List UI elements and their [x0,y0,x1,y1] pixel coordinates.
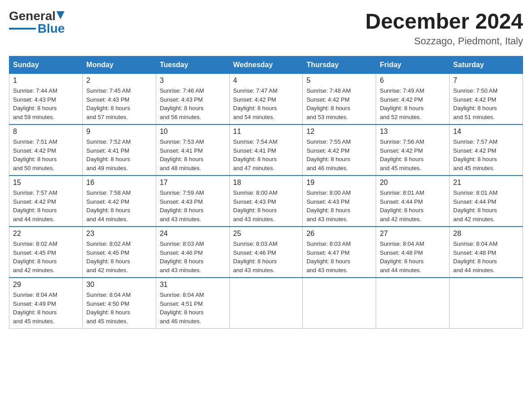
day-info: Sunrise: 8:01 AM Sunset: 4:44 PM Dayligh… [453,188,519,223]
table-row: 22 Sunrise: 8:02 AM Sunset: 4:45 PM Dayl… [9,227,83,278]
calendar-week-row: 15 Sunrise: 7:57 AM Sunset: 4:42 PM Dayl… [9,176,523,227]
day-info: Sunrise: 8:02 AM Sunset: 4:45 PM Dayligh… [13,240,79,274]
calendar-week-row: 22 Sunrise: 8:02 AM Sunset: 4:45 PM Dayl… [9,227,523,278]
table-row [229,278,303,329]
location-subtitle: Sozzago, Piedmont, Italy [365,35,523,47]
table-row: 11 Sunrise: 7:54 AM Sunset: 4:41 PM Dayl… [229,124,303,176]
logo-triangle-icon [56,11,64,19]
table-row: 15 Sunrise: 7:57 AM Sunset: 4:42 PM Dayl… [9,176,83,227]
day-number: 10 [160,128,226,136]
day-info: Sunrise: 7:57 AM Sunset: 4:42 PM Dayligh… [453,137,519,172]
day-number: 7 [453,77,519,85]
day-info: Sunrise: 7:44 AM Sunset: 4:43 PM Dayligh… [13,86,79,121]
logo-blue-text: Blue [38,21,65,36]
table-row: 14 Sunrise: 7:57 AM Sunset: 4:42 PM Dayl… [450,124,523,176]
day-number: 1 [13,77,79,85]
table-row: 5 Sunrise: 7:48 AM Sunset: 4:42 PM Dayli… [303,74,376,125]
day-info: Sunrise: 7:48 AM Sunset: 4:42 PM Dayligh… [306,86,372,121]
day-number: 17 [160,179,226,187]
col-thursday: Thursday [303,56,376,74]
table-row: 30 Sunrise: 8:04 AM Sunset: 4:50 PM Dayl… [82,278,156,329]
day-info: Sunrise: 7:58 AM Sunset: 4:42 PM Dayligh… [86,188,152,223]
day-number: 14 [453,128,519,136]
table-row: 2 Sunrise: 7:45 AM Sunset: 4:43 PM Dayli… [82,74,156,125]
logo-underline [9,28,36,30]
table-row: 31 Sunrise: 8:04 AM Sunset: 4:51 PM Dayl… [156,278,229,329]
day-info: Sunrise: 8:04 AM Sunset: 4:49 PM Dayligh… [13,291,79,325]
col-wednesday: Wednesday [229,56,303,74]
day-number: 16 [86,179,152,187]
table-row: 9 Sunrise: 7:52 AM Sunset: 4:41 PM Dayli… [82,124,156,176]
day-number: 12 [306,128,372,136]
table-row: 19 Sunrise: 8:00 AM Sunset: 4:43 PM Dayl… [303,176,376,227]
day-number: 5 [306,77,372,85]
day-number: 8 [13,128,79,136]
calendar-week-row: 29 Sunrise: 8:04 AM Sunset: 4:49 PM Dayl… [9,278,523,329]
day-number: 31 [160,281,226,289]
day-number: 26 [306,230,372,238]
table-row: 13 Sunrise: 7:56 AM Sunset: 4:42 PM Dayl… [376,124,450,176]
day-info: Sunrise: 8:04 AM Sunset: 4:51 PM Dayligh… [160,291,226,325]
day-number: 24 [160,230,226,238]
day-info: Sunrise: 8:03 AM Sunset: 4:47 PM Dayligh… [306,240,372,274]
table-row: 25 Sunrise: 8:03 AM Sunset: 4:46 PM Dayl… [229,227,303,278]
day-number: 2 [86,77,152,85]
day-info: Sunrise: 8:03 AM Sunset: 4:46 PM Dayligh… [160,240,226,274]
table-row: 27 Sunrise: 8:04 AM Sunset: 4:48 PM Dayl… [376,227,450,278]
table-row: 10 Sunrise: 7:53 AM Sunset: 4:41 PM Dayl… [156,124,229,176]
day-info: Sunrise: 7:57 AM Sunset: 4:42 PM Dayligh… [13,188,79,223]
svg-marker-0 [56,11,64,19]
day-info: Sunrise: 8:04 AM Sunset: 4:48 PM Dayligh… [453,240,519,274]
col-friday: Friday [376,56,450,74]
day-info: Sunrise: 7:55 AM Sunset: 4:42 PM Dayligh… [306,137,372,172]
table-row: 3 Sunrise: 7:46 AM Sunset: 4:43 PM Dayli… [156,74,229,125]
day-info: Sunrise: 7:50 AM Sunset: 4:42 PM Dayligh… [453,86,519,121]
day-info: Sunrise: 8:04 AM Sunset: 4:50 PM Dayligh… [86,291,152,325]
day-info: Sunrise: 7:51 AM Sunset: 4:42 PM Dayligh… [13,137,79,172]
day-number: 22 [13,230,79,238]
calendar-week-row: 1 Sunrise: 7:44 AM Sunset: 4:43 PM Dayli… [9,74,523,125]
col-tuesday: Tuesday [156,56,229,74]
day-info: Sunrise: 8:01 AM Sunset: 4:44 PM Dayligh… [380,188,446,223]
day-number: 28 [453,230,519,238]
day-number: 11 [233,128,299,136]
table-row: 24 Sunrise: 8:03 AM Sunset: 4:46 PM Dayl… [156,227,229,278]
page-header: General Blue December 2024 Sozzago, Pied… [9,9,523,47]
table-row: 29 Sunrise: 8:04 AM Sunset: 4:49 PM Dayl… [9,278,83,329]
table-row: 28 Sunrise: 8:04 AM Sunset: 4:48 PM Dayl… [450,227,523,278]
day-info: Sunrise: 8:02 AM Sunset: 4:45 PM Dayligh… [86,240,152,274]
calendar-table: Sunday Monday Tuesday Wednesday Thursday… [9,56,523,329]
month-year-title: December 2024 [365,9,523,34]
col-saturday: Saturday [450,56,523,74]
day-number: 13 [380,128,446,136]
day-number: 19 [306,179,372,187]
col-sunday: Sunday [9,56,83,74]
day-number: 21 [453,179,519,187]
day-info: Sunrise: 7:47 AM Sunset: 4:42 PM Dayligh… [233,86,299,121]
day-info: Sunrise: 7:53 AM Sunset: 4:41 PM Dayligh… [160,137,226,172]
day-number: 29 [13,281,79,289]
table-row [303,278,376,329]
table-row: 21 Sunrise: 8:01 AM Sunset: 4:44 PM Dayl… [450,176,523,227]
col-monday: Monday [82,56,156,74]
table-row: 1 Sunrise: 7:44 AM Sunset: 4:43 PM Dayli… [9,74,83,125]
day-info: Sunrise: 7:52 AM Sunset: 4:41 PM Dayligh… [86,137,152,172]
table-row: 4 Sunrise: 7:47 AM Sunset: 4:42 PM Dayli… [229,74,303,125]
day-info: Sunrise: 7:49 AM Sunset: 4:42 PM Dayligh… [380,86,446,121]
day-number: 30 [86,281,152,289]
table-row: 18 Sunrise: 8:00 AM Sunset: 4:43 PM Dayl… [229,176,303,227]
calendar-week-row: 8 Sunrise: 7:51 AM Sunset: 4:42 PM Dayli… [9,124,523,176]
day-info: Sunrise: 7:45 AM Sunset: 4:43 PM Dayligh… [86,86,152,121]
day-number: 9 [86,128,152,136]
day-number: 20 [380,179,446,187]
day-number: 3 [160,77,226,85]
title-area: December 2024 Sozzago, Piedmont, Italy [365,9,523,47]
day-number: 27 [380,230,446,238]
table-row: 7 Sunrise: 7:50 AM Sunset: 4:42 PM Dayli… [450,74,523,125]
table-row: 16 Sunrise: 7:58 AM Sunset: 4:42 PM Dayl… [82,176,156,227]
table-row: 23 Sunrise: 8:02 AM Sunset: 4:45 PM Dayl… [82,227,156,278]
table-row: 20 Sunrise: 8:01 AM Sunset: 4:44 PM Dayl… [376,176,450,227]
day-number: 15 [13,179,79,187]
calendar-header-row: Sunday Monday Tuesday Wednesday Thursday… [9,56,523,74]
table-row: 6 Sunrise: 7:49 AM Sunset: 4:42 PM Dayli… [376,74,450,125]
